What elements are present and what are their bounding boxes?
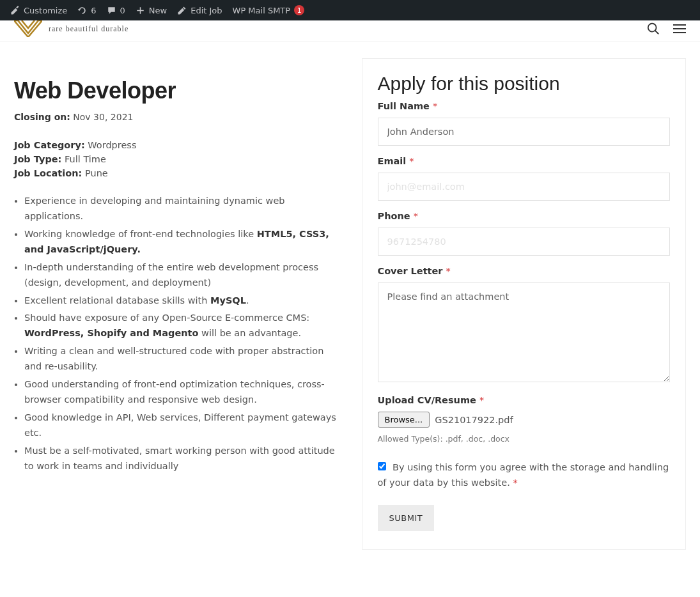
- mail-badge: 1: [294, 5, 304, 15]
- adminbar-wp-mail-smtp[interactable]: WP Mail SMTP 1: [228, 0, 310, 20]
- browse-button[interactable]: Browse...: [378, 412, 430, 428]
- adminbar-new[interactable]: New: [130, 0, 172, 20]
- comment-icon: [107, 6, 116, 15]
- apply-title: Apply for this position: [378, 73, 671, 95]
- allowed-types: Allowed Type(s): .pdf, .doc, .docx: [378, 434, 671, 444]
- adminbar-customize-label: Customize: [24, 6, 67, 15]
- brush-icon: [10, 6, 20, 15]
- requirements-list: Experience in developing and maintaining…: [14, 194, 339, 474]
- submit-button[interactable]: SUBMIT: [378, 505, 435, 531]
- consent-text: By using this form you agree with the st…: [378, 462, 669, 488]
- list-item: In-depth understanding of the entire web…: [24, 260, 339, 291]
- pencil-icon: [177, 6, 187, 15]
- closing-value: Nov 30, 2021: [73, 112, 133, 122]
- logo-icon: [14, 20, 42, 37]
- list-item: Should have exposure of any Open-Source …: [24, 311, 339, 341]
- adminbar-customize[interactable]: Customize: [5, 0, 72, 20]
- adminbar-refresh[interactable]: 6: [72, 0, 101, 20]
- adminbar-refresh-count: 6: [91, 6, 96, 15]
- svg-point-0: [648, 24, 657, 32]
- meta-location: Job Location: Pune: [14, 168, 339, 178]
- full-name-input[interactable]: [378, 118, 671, 146]
- header-actions: [646, 22, 686, 36]
- email-input[interactable]: [378, 173, 671, 201]
- email-label: Email *: [378, 156, 671, 166]
- adminbar-edit-job-label: Edit Job: [191, 6, 222, 15]
- page-title: Web Developer: [14, 77, 339, 104]
- wp-admin-bar: Customize 6 0 New Edit Job WP Mail SMTP …: [0, 0, 700, 20]
- list-item: Good knowledge in API, Web services, Dif…: [24, 410, 339, 441]
- meta-type: Job Type: Full Time: [14, 154, 339, 164]
- search-icon[interactable]: [646, 22, 660, 36]
- list-item: Excellent relational database skills wit…: [24, 293, 339, 309]
- adminbar-wp-mail-label: WP Mail SMTP: [233, 6, 291, 15]
- cover-letter-label: Cover Letter *: [378, 266, 671, 276]
- adminbar-comments-count: 0: [120, 6, 125, 15]
- cover-letter-input[interactable]: [378, 283, 671, 382]
- list-item: Experience in developing and maintaining…: [24, 194, 339, 224]
- phone-input[interactable]: [378, 228, 671, 256]
- list-item: Writing a clean and well-structured code…: [24, 344, 339, 375]
- apply-panel: Apply for this position Full Name * Emai…: [362, 58, 687, 550]
- site-logo[interactable]: rare beautiful durable: [14, 20, 128, 37]
- phone-label: Phone *: [378, 211, 671, 221]
- closing-line: Closing on: Nov 30, 2021: [14, 112, 339, 122]
- list-item: Must be a self-motivated, smart working …: [24, 444, 339, 474]
- consent-row[interactable]: By using this form you agree with the st…: [378, 460, 671, 491]
- plus-icon: [136, 6, 145, 15]
- refresh-icon: [77, 6, 87, 15]
- upload-label: Upload CV/Resume *: [378, 395, 671, 405]
- site-header: rare beautiful durable: [0, 20, 700, 42]
- meta-category: Job Category: Wordpress: [14, 140, 339, 150]
- adminbar-edit-job[interactable]: Edit Job: [172, 0, 227, 20]
- list-item: Working knowledge of front-end technolog…: [24, 227, 339, 258]
- full-name-label: Full Name *: [378, 101, 671, 111]
- adminbar-new-label: New: [149, 6, 167, 15]
- adminbar-comments[interactable]: 0: [102, 0, 130, 20]
- menu-icon[interactable]: [673, 24, 686, 33]
- consent-checkbox[interactable]: [378, 462, 386, 470]
- closing-label: Closing on:: [14, 112, 70, 122]
- selected-file-name: GS21017922.pdf: [435, 415, 513, 425]
- list-item: Good understanding of front-end optimiza…: [24, 377, 339, 408]
- svg-line-1: [655, 31, 659, 35]
- tagline: rare beautiful durable: [49, 24, 128, 34]
- job-details: Web Developer Closing on: Nov 30, 2021 J…: [14, 42, 339, 550]
